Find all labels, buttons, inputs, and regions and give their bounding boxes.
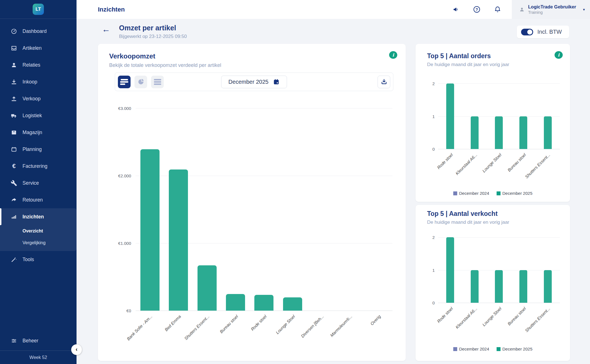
- chart-bar: [140, 149, 160, 311]
- active-indicator: [0, 208, 1, 225]
- bar-slot: Shutters Essent...: [535, 83, 560, 149]
- inbox-icon: [11, 45, 17, 51]
- bar-slot: Shutters Essent...: [535, 237, 560, 303]
- x-axis-label: Overig: [369, 314, 382, 326]
- info-icon[interactable]: i: [555, 51, 563, 59]
- legend-swatch-2024: [453, 191, 457, 195]
- sidebar-item-dashboard[interactable]: Dashboard: [0, 23, 77, 40]
- card-subtitle: De huidige maand dit jaar en vorig jaar: [427, 220, 509, 225]
- gridline: [136, 311, 392, 311]
- bar-slot: Bed Emma: [164, 108, 192, 311]
- sidebar-item-magazijn[interactable]: Magazijn: [0, 124, 77, 141]
- sidebar-item-inzichten[interactable]: Inzichten: [0, 208, 77, 225]
- x-axis-label: Shutters Essent...: [524, 306, 551, 333]
- sidebar-item-retouren[interactable]: Retouren: [0, 191, 77, 208]
- date-filter-value: December 2025: [228, 79, 268, 85]
- card-title: Top 5 | Aantal orders: [427, 52, 491, 60]
- bar-chart-view-button[interactable]: [118, 76, 131, 88]
- bar-slot: Diversen [Beh...: [307, 108, 335, 311]
- y-axis-tick: 0: [432, 300, 435, 305]
- plot-area: Rode stoelKleurstaal A6...Lounge StoelBu…: [438, 237, 560, 303]
- bar-slot: Rode stoel: [250, 108, 278, 311]
- sidebar-item-service[interactable]: Service: [0, 175, 77, 191]
- sidebar-item-logistiek[interactable]: Logistiek: [0, 107, 77, 124]
- legend-swatch-2025: [497, 191, 501, 195]
- sidebar-item-tools[interactable]: Tools: [0, 251, 77, 268]
- chart-bar: [471, 270, 479, 303]
- date-filter-button[interactable]: December 2025: [221, 76, 287, 88]
- y-axis-tick: 1: [432, 114, 435, 119]
- bar-slot: Lounge Stoel: [487, 237, 511, 303]
- sidebar-subitem-vergelijking[interactable]: Vergelijking: [0, 237, 77, 249]
- user-meta: LogicTrade Gebruiker Training: [528, 4, 576, 15]
- y-axis-tick: €3.000: [118, 106, 131, 111]
- sidebar-item-facturering[interactable]: € Facturering: [0, 158, 77, 175]
- pie-chart-view-button[interactable]: [134, 76, 147, 88]
- bar-slot: Lounge Stoel: [278, 108, 307, 311]
- y-axis-tick: 0: [432, 147, 435, 152]
- download-button[interactable]: [378, 76, 390, 88]
- chevron-left-icon: ‹: [76, 346, 78, 352]
- last-updated-text: Bijgewerkt op 23-12-2025 09:50: [119, 34, 187, 39]
- bar-slot: Bank Sofie - Am...: [136, 108, 164, 311]
- sidebar-subitem-label: Vergelijking: [23, 240, 46, 245]
- bar-slot: Bureau stoel: [221, 108, 250, 311]
- sidebar-item-relaties[interactable]: Relaties: [0, 56, 77, 73]
- truck-icon: [11, 112, 17, 119]
- incl-btw-toggle[interactable]: [521, 29, 533, 35]
- notifications-bell-icon[interactable]: [494, 6, 501, 13]
- bar-slots: Rode stoelKleurstaal A6...Lounge StoelBu…: [438, 83, 560, 149]
- card-subtitle: Bekijk de totale verkoopomzet verdeeld p…: [109, 62, 221, 68]
- sidebar-item-inkoop[interactable]: Inkoop: [0, 73, 77, 90]
- x-axis-label: Rode stoel: [436, 152, 454, 170]
- y-axis: 210: [427, 237, 435, 303]
- user-name: LogicTrade Gebruiker: [528, 4, 576, 10]
- info-glyph: i: [558, 52, 559, 58]
- chart-bar: [446, 237, 454, 303]
- main-content: ← Omzet per artikel Bijgewerkt op 23-12-…: [77, 19, 590, 364]
- dashboard-icon: [11, 28, 17, 35]
- back-button[interactable]: ←: [102, 25, 110, 33]
- sidebar-item-label: Tools: [23, 257, 34, 263]
- sidebar-item-verkoop[interactable]: Verkoop: [0, 90, 77, 107]
- table-view-button[interactable]: [151, 76, 164, 88]
- legend-label: December 2024: [459, 347, 489, 351]
- sidebar-collapse-button[interactable]: ‹: [71, 344, 82, 355]
- x-axis-label: Bureau stoel: [507, 152, 527, 173]
- y-axis-tick: 2: [432, 81, 435, 86]
- plot-area: Rode stoelKleurstaal A6...Lounge StoelBu…: [438, 83, 560, 149]
- bar-slot: Kleurstaal A6...: [463, 83, 487, 149]
- x-axis-label: Kleurstaal A6...: [454, 306, 478, 330]
- chart-bar: [519, 116, 527, 149]
- page-title: Omzet per artikel: [119, 24, 176, 32]
- legend-item: December 2025: [497, 347, 533, 351]
- sidebar-item-label: Artikelen: [23, 45, 42, 51]
- user-menu[interactable]: LogicTrade Gebruiker Training ▼: [512, 0, 590, 19]
- help-icon[interactable]: ?: [473, 6, 480, 13]
- person-icon: [11, 62, 17, 68]
- week-indicator: Week 52: [0, 351, 77, 364]
- sidebar-item-label: Magazijn: [23, 130, 42, 135]
- sidebar-item-artikelen[interactable]: Artikelen: [0, 40, 77, 56]
- chart-bar: [544, 116, 552, 149]
- chart-bar: [446, 83, 454, 149]
- bar-chart-view-icon: [121, 79, 128, 80]
- x-axis-label: Shutters Essent...: [183, 314, 210, 341]
- header-title: Inzichten: [98, 6, 125, 13]
- x-axis-label: Lounge Stoel: [275, 314, 296, 335]
- top-header: Inzichten ? LogicTrade Gebruiker Trainin…: [77, 0, 590, 19]
- y-axis-tick: €1.000: [118, 241, 131, 246]
- x-axis-label: Bank Sofie - Am...: [126, 314, 153, 341]
- sidebar-item-beheer[interactable]: Beheer: [0, 332, 77, 349]
- x-axis-label: Rode stoel: [436, 306, 454, 324]
- toggle-knob: [527, 30, 532, 35]
- x-axis-label: Bureau stoel: [507, 306, 527, 326]
- bar-chart-icon: [11, 214, 17, 220]
- sidebar-item-planning[interactable]: Planning: [0, 141, 77, 158]
- announcements-icon[interactable]: [452, 6, 459, 13]
- info-icon[interactable]: i: [389, 51, 397, 59]
- sidebar-subitem-overzicht[interactable]: Overzicht: [0, 225, 77, 237]
- chart-bar: [495, 270, 503, 303]
- sidebar-item-label: Relaties: [23, 62, 40, 68]
- y-axis: 210: [427, 83, 435, 149]
